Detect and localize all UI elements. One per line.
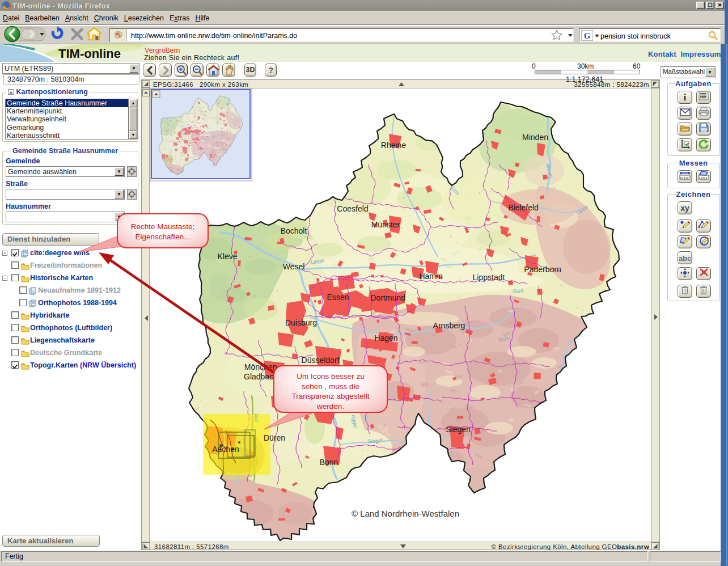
svg-text:Münster: Münster	[371, 220, 400, 229]
svg-text:Sieg: Sieg	[367, 437, 379, 445]
svg-text:Duisburg: Duisburg	[285, 318, 317, 327]
svg-text:Bonn: Bonn	[320, 458, 338, 467]
svg-text:Siegen: Siegen	[446, 425, 471, 434]
svg-text:Rheine: Rheine	[381, 141, 407, 150]
svg-text:Hamm: Hamm	[419, 272, 442, 281]
svg-text:Dortmund: Dortmund	[370, 293, 405, 302]
svg-text:Arnsberg: Arnsberg	[433, 321, 465, 330]
svg-text:Bocholt: Bocholt	[281, 226, 307, 235]
svg-text:Bielefeld: Bielefeld	[508, 203, 539, 212]
svg-text:Coesfeld: Coesfeld	[337, 204, 368, 213]
svg-text:© Land Nordrhein-Westfalen: © Land Nordrhein-Westfalen	[352, 509, 459, 518]
svg-text:Kleve: Kleve	[217, 252, 237, 261]
svg-text:Essen: Essen	[327, 293, 349, 302]
svg-text:Minden: Minden	[522, 133, 548, 142]
svg-text:Paderborn: Paderborn	[524, 265, 561, 274]
svg-text:Lippstadt: Lippstadt	[473, 273, 505, 282]
svg-text:Aachen: Aachen	[212, 445, 239, 454]
svg-text:Hagen: Hagen	[374, 333, 397, 343]
svg-text:Gladbach: Gladbach	[244, 372, 278, 381]
svg-text:Düsseldorf: Düsseldorf	[302, 356, 340, 365]
svg-text:Wesel: Wesel	[283, 262, 305, 271]
svg-text:Düren: Düren	[264, 433, 285, 442]
